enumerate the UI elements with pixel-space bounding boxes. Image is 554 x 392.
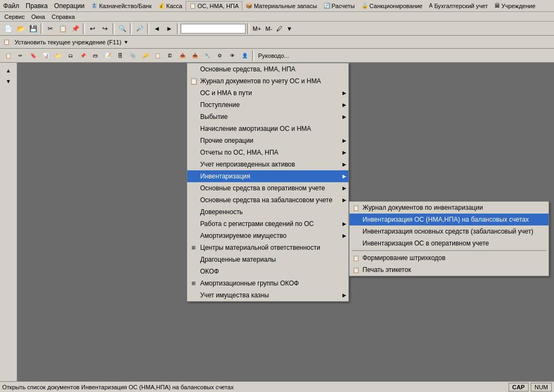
tab-os[interactable]: 📋 ОС, НМА, НПА <box>186 1 242 11</box>
mplus-btn[interactable]: M+ <box>251 25 263 32</box>
vybytie-arrow: ▶ <box>342 114 346 119</box>
submenu-inventarization: 📋 Журнал документов по инвентаризации Ин… <box>349 201 549 276</box>
tb3-b17[interactable]: 🔧 <box>201 50 213 62</box>
menubar-tabs-row: Файл Правка Операции 🏦 Казначейство/Банк… <box>0 0 554 12</box>
menu-os-way[interactable]: ОС и НМА в пути ▶ <box>187 87 348 99</box>
menu-os-operative[interactable]: Основные средства в оперативном учете ▶ <box>187 182 348 194</box>
menu-dragtsen[interactable]: Драгоценные материалы <box>187 254 348 265</box>
tb3-b2[interactable]: ✏ <box>15 50 27 62</box>
menu-amort-groups[interactable]: ⊞ Амортизационные группы ОКОФ <box>187 277 348 289</box>
menu-windows[interactable]: Окна <box>28 13 49 21</box>
cut-btn[interactable]: ✂ <box>44 23 56 35</box>
tab-treasury[interactable]: 🏦 Казначейство/Банк <box>88 2 155 10</box>
tb3-b16[interactable]: 📥 <box>189 50 201 62</box>
menu-journal-docs[interactable]: 📋 Журнал документов по учету ОС и НМА <box>187 75 348 87</box>
find-btn[interactable]: 🔍 <box>116 23 128 35</box>
save-btn[interactable]: 💾 <box>27 23 39 35</box>
amort-label: Начисление амортизации ОС и НМА <box>200 125 311 132</box>
undo-btn[interactable]: ↩ <box>87 23 98 35</box>
tab-kassa-label: Касса <box>166 3 182 9</box>
side-arrow-down[interactable]: ▼ <box>3 76 14 87</box>
tab-mat-label: Материальные запасы <box>254 3 317 9</box>
tab-treasury-label: Казначейство/Банк <box>99 3 151 9</box>
forward-btn[interactable]: ► <box>163 23 175 35</box>
menu-service[interactable]: Сервис <box>1 13 28 21</box>
menu-os-nma-npa[interactable]: Основные средства, НМА, НПА <box>187 63 348 75</box>
tab-buh[interactable]: А Бухгалтерский учет <box>426 2 491 10</box>
os-operative-arrow: ▶ <box>342 185 346 191</box>
tb3-b13[interactable]: 📋 <box>151 50 163 62</box>
amort-property-label: Амортизируемое имущество <box>200 232 287 240</box>
tab-kassa[interactable]: 💰 Касса <box>155 2 186 10</box>
tb3-b8[interactable]: 🗃 <box>89 50 101 62</box>
tb3-b7[interactable]: 📌 <box>77 50 89 62</box>
print-labels-label: Печать этикеток <box>362 266 411 274</box>
menu-edit[interactable]: Правка <box>23 1 51 11</box>
tb3-b9[interactable]: 📝 <box>102 50 114 62</box>
tab-sanction[interactable]: 🔒 Санкционирование <box>358 2 426 10</box>
tb3-b11[interactable]: 📎 <box>127 50 138 62</box>
back-btn[interactable]: ◄ <box>151 23 163 35</box>
menu-tsentri[interactable]: ⊞ Центры материальной ответственности <box>187 242 348 254</box>
tb3-b12[interactable]: 🔑 <box>139 50 151 62</box>
tb3-b5[interactable]: 📁 <box>52 50 64 62</box>
menu-help[interactable]: Справка <box>48 13 78 21</box>
menu-non-produced[interactable]: Учет непроизведенных активов ▶ <box>187 158 348 170</box>
tb3-b14[interactable]: 🗓 <box>164 50 176 62</box>
menu-amort-property[interactable]: Амортизируемое имущество ▶ <box>187 230 348 242</box>
sep6 <box>177 23 179 34</box>
submenu-invent-os-zabalans[interactable]: Инвентаризация основных средств (забалан… <box>349 225 549 237</box>
tb3-b19[interactable]: 👁 <box>226 50 238 62</box>
side-arrow-up[interactable]: ▲ <box>3 65 14 76</box>
tb3-b3[interactable]: 🔖 <box>27 50 39 62</box>
inventarization-arrow: ▶ <box>342 174 346 179</box>
submenu-invent-os-balance[interactable]: Инвентаризация ОС (НМА,НПА) на балансовы… <box>349 214 549 225</box>
redo-btn[interactable]: ↪ <box>99 23 111 35</box>
open-btn[interactable]: 📂 <box>15 23 27 35</box>
menu-operations[interactable]: Операции <box>51 1 88 11</box>
tab-mat[interactable]: 📦 Материальные запасы <box>242 2 320 10</box>
menu-uchet-imush[interactable]: Учет имущества казны ▶ <box>187 289 348 301</box>
menu-os-zabalans[interactable]: Основные средства на забалансовом учете … <box>187 194 348 206</box>
tb3-b4[interactable]: 📊 <box>39 50 51 62</box>
menu-amort[interactable]: Начисление амортизации ОС и НМА <box>187 123 348 135</box>
tb3-b15[interactable]: 📤 <box>176 50 188 62</box>
tab-uchrezhdenie[interactable]: 🏛 Учреждение <box>491 2 539 10</box>
marker-btn[interactable]: 🖊 <box>275 25 284 32</box>
menu-doverennost[interactable]: Доверенность <box>187 206 348 218</box>
submenu-print-labels[interactable]: 📋 Печать этикеток <box>349 264 549 276</box>
copy-btn[interactable]: 📋 <box>57 23 69 35</box>
tab-calcs[interactable]: 🔄 Расчеты <box>320 2 358 10</box>
statusbar-caps: CAP <box>509 383 529 391</box>
memory-controls: M+ M- 🖊 ▼ <box>251 25 293 32</box>
menu-okof[interactable]: ОКОФ <box>187 265 348 277</box>
submenu-journal-invent[interactable]: 📋 Журнал документов по инвентаризации <box>349 202 549 214</box>
menu-registri[interactable]: Работа с регистрами сведений по ОС ▶ <box>187 218 348 230</box>
menu-reports[interactable]: Отчеты по ОС, НМА, НПА ▶ <box>187 147 348 158</box>
mat-icon: 📦 <box>246 3 252 9</box>
menu-file[interactable]: Файл <box>0 1 23 11</box>
install-institution-btn[interactable]: Установить текущее учреждение (F11) ▼ <box>11 38 131 46</box>
tb3-b20[interactable]: 👤 <box>239 50 250 62</box>
zoom-btn[interactable]: 🔎 <box>134 23 146 35</box>
menu-postuplenie[interactable]: Поступление ▶ <box>187 99 348 111</box>
menu-vybytie[interactable]: Выбытие ▶ <box>187 111 348 123</box>
tb3-b1[interactable]: 📋 <box>2 50 14 62</box>
tb3-b10[interactable]: 🗄 <box>114 50 126 62</box>
buh-icon: А <box>429 3 433 9</box>
registri-arrow: ▶ <box>342 221 346 227</box>
menu-inventarization[interactable]: Инвентаризация ▶ <box>187 170 348 182</box>
uchrezhdenie-icon: 🏛 <box>494 3 500 9</box>
search-input[interactable] <box>181 24 246 34</box>
submenu-invent-os-operative[interactable]: Инвентаризация ОС в оперативном учете <box>349 237 549 249</box>
submenu-form-barcodes[interactable]: 📋 Формирование штрихкодов <box>349 252 549 264</box>
new-btn[interactable]: 📄 <box>2 23 14 35</box>
tb3-b6[interactable]: 🗂 <box>64 50 76 62</box>
dropdown-btn[interactable]: ▼ <box>285 25 293 32</box>
journal-docs-icon: 📋 <box>189 77 198 85</box>
menu-other-ops[interactable]: Прочие операции ▶ <box>187 135 348 147</box>
non-produced-arrow: ▶ <box>342 162 346 167</box>
mminus-btn[interactable]: M- <box>264 25 274 32</box>
tb3-b18[interactable]: ⚙ <box>214 50 226 62</box>
paste-btn[interactable]: 📌 <box>69 23 81 35</box>
